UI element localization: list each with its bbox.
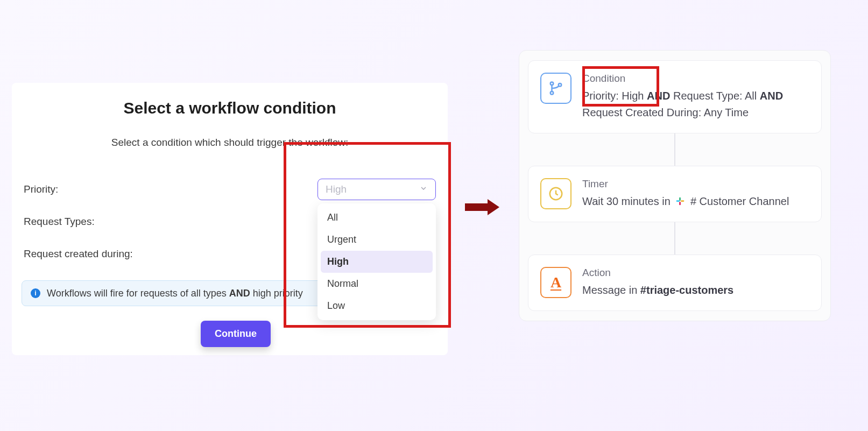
svg-rect-7 [680, 202, 681, 205]
timer-title: Timer [582, 178, 809, 190]
workflow-card-timer[interactable]: Timer Wait 30 minutes in # Customer Chan… [528, 166, 822, 222]
label-priority: Priority: [24, 183, 317, 195]
priority-option-all[interactable]: All [321, 207, 433, 229]
info-text: Workflows will fire for requests of all … [47, 288, 303, 299]
form-subtitle: Select a condition which should trigger … [23, 137, 437, 149]
slack-icon [674, 195, 686, 207]
timer-text: Wait 30 minutes in # Customer Channel [582, 193, 809, 210]
priority-select-value: High [326, 183, 347, 195]
priority-option-urgent[interactable]: Urgent [321, 229, 433, 251]
arrow-icon [465, 199, 503, 215]
priority-dropdown: All Urgent High Normal Low [317, 203, 436, 320]
action-text: Message in #triage-customers [582, 282, 809, 299]
connector-line [674, 133, 675, 166]
workflow-condition-form: Select a workflow condition Select a con… [12, 83, 448, 355]
priority-select-wrap: High All Urgent High Normal Low [317, 179, 436, 200]
continue-button[interactable]: Continue [201, 321, 271, 347]
priority-option-normal[interactable]: Normal [321, 273, 433, 295]
svg-point-1 [551, 91, 554, 95]
form-title: Select a workflow condition [23, 99, 437, 117]
condition-text: Priority: High AND Request Type: All AND… [582, 88, 809, 121]
workflow-card-action[interactable]: A Action Message in #triage-customers [528, 255, 822, 311]
priority-option-low[interactable]: Low [321, 295, 433, 317]
chevron-down-icon [419, 183, 428, 195]
svg-rect-4 [676, 200, 680, 202]
svg-rect-6 [680, 197, 681, 201]
priority-option-high[interactable]: High [321, 251, 433, 273]
condition-title: Condition [582, 73, 809, 84]
row-priority: Priority: High All Urgent High Normal Lo… [24, 173, 436, 206]
action-icon: A [540, 267, 571, 298]
form-rows: Priority: High All Urgent High Normal Lo… [23, 173, 437, 270]
svg-rect-5 [681, 200, 684, 202]
branch-icon [540, 73, 571, 104]
info-icon: i [31, 288, 40, 298]
svg-point-2 [559, 83, 562, 87]
workflow-card-condition[interactable]: Condition Priority: High AND Request Typ… [528, 60, 822, 133]
workflow-preview: Condition Priority: High AND Request Typ… [519, 50, 831, 321]
action-title: Action [582, 267, 809, 279]
priority-select[interactable]: High [317, 179, 436, 200]
svg-point-0 [551, 82, 554, 86]
connector-line [674, 222, 675, 255]
clock-icon [540, 178, 571, 209]
